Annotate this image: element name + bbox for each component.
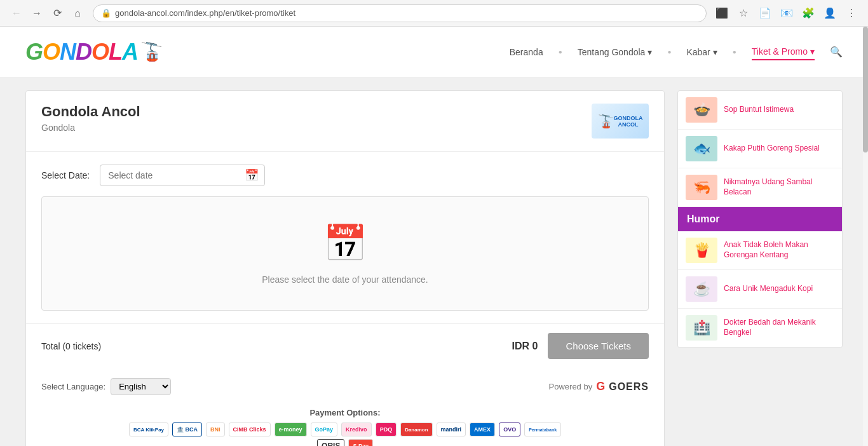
ticket-card-header: Gondola Ancol Gondola GONDOLAANCOL — [26, 91, 664, 152]
payment-kredivo: Kredivo — [341, 422, 372, 436]
gmail-btn[interactable]: 📧 — [778, 4, 796, 22]
logo-area: GONDOLA 🚡 — [25, 41, 163, 64]
calendar-empty-state: 📅 Please select the date of your attenda… — [41, 196, 649, 311]
cara-unik-title: Cara Unik Mengaduk Kopi — [724, 284, 813, 294]
sidebar-item-sop-buntut[interactable]: 🍲 Sop Buntut Istimewa — [678, 91, 842, 130]
nav-tentang-gondola[interactable]: Tentang Gondola ▾ — [578, 44, 653, 60]
payment-logos-row1: BCA KlikPay 🏦 BCA BNI CIMB Clicks e-mone… — [41, 422, 649, 436]
language-dropdown[interactable]: English Indonesia — [111, 378, 171, 395]
page-wrapper: GONDOLA 🚡 Beranda ● Tentang Gondola ▾ ● … — [0, 27, 868, 446]
dokter-bedah-thumb: 🏥 — [686, 315, 717, 341]
sidebar-item-kakap-putih[interactable]: 🐟 Kakap Putih Goreng Spesial — [678, 130, 842, 168]
site-header: GONDOLA 🚡 Beranda ● Tentang Gondola ▾ ● … — [0, 27, 868, 78]
home-button[interactable]: ⌂ — [69, 4, 86, 22]
main-content: Gondola Ancol Gondola GONDOLAANCOL Selec… — [25, 90, 665, 446]
payment-options: Payment Options: BCA KlikPay 🏦 BCA BNI C… — [26, 405, 664, 446]
payment-gopay: GoPay — [311, 422, 338, 436]
total-label: Total (0 tickets) — [41, 341, 101, 351]
payment-mandiri: mandiri — [437, 422, 466, 436]
scrollbar[interactable] — [863, 27, 868, 446]
chevron-down-icon: ▾ — [713, 47, 717, 57]
address-bar[interactable]: 🔒 gondola-ancol.com/index.php/en/tiket-p… — [93, 4, 707, 22]
browser-actions: ⬛ ☆ 📄 📧 🧩 👤 ⋮ — [713, 4, 860, 22]
kakap-putih-thumb: 🐟 — [686, 136, 717, 161]
ticket-title: Gondola Ancol — [41, 104, 140, 120]
scrollbar-thumb — [863, 27, 868, 152]
payment-label: Payment Options: — [41, 408, 649, 417]
payment-bni: BNI — [206, 422, 225, 436]
url-text: gondola-ancol.com/index.php/en/tiket-pro… — [115, 8, 295, 18]
ticket-info: Gondola Ancol Gondola — [41, 104, 140, 133]
ticket-footer-row: Total (0 tickets) IDR 0 Choose Tickets — [26, 323, 664, 368]
chevron-down-icon: ▾ — [648, 47, 652, 57]
lock-icon: 🔒 — [101, 8, 111, 18]
payment-emoney: e-money — [275, 422, 307, 436]
cara-unik-thumb: ☕ — [686, 276, 717, 302]
profile-btn[interactable]: 👤 — [821, 4, 839, 22]
payment-shopee: S Pay — [348, 439, 373, 446]
sidebar-articles: 🍲 Sop Buntut Istimewa 🐟 Kakap Putih Gore… — [677, 90, 843, 348]
bookmark-btn[interactable]: ☆ — [735, 4, 752, 22]
pdf-btn[interactable]: 📄 — [756, 4, 774, 22]
back-button[interactable]: ← — [8, 4, 25, 22]
language-row: Select Language: English Indonesia Power… — [26, 368, 664, 405]
dokter-bedah-title: Dokter Bedah dan Mekanik Bengkel — [724, 318, 834, 337]
select-date-label: Select Date: — [41, 170, 90, 180]
ext-btn[interactable]: 🧩 — [799, 4, 817, 22]
empty-state-text: Please select the date of your attendanc… — [55, 274, 635, 285]
gondola-icon: 🚡 — [140, 41, 163, 62]
main-nav: Beranda ● Tentang Gondola ▾ ● Kabar ▾ ● … — [510, 44, 843, 60]
sidebar: 🍲 Sop Buntut Istimewa 🐟 Kakap Putih Gore… — [677, 90, 843, 446]
anak-tidak-title: Anak Tidak Boleh Makan Gorengan Kentang — [724, 240, 834, 260]
udang-sambal-title: Nikmatnya Udang Sambal Belacan — [724, 177, 834, 197]
menu-btn[interactable]: ⋮ — [843, 4, 860, 22]
payment-pda: PDQ — [376, 422, 397, 436]
ticket-card-body: Select Date: 📅 📅 Please select the date … — [26, 152, 664, 323]
forward-button[interactable]: → — [28, 4, 46, 22]
sidebar-item-anak-tidak[interactable]: 🍟 Anak Tidak Boleh Makan Gorengan Kentan… — [678, 231, 842, 270]
payment-amex: AMEX — [470, 422, 495, 436]
payment-bca: 🏦 BCA — [172, 422, 202, 436]
nav-buttons: ← → ⟳ ⌂ — [8, 4, 86, 22]
powered-by: Powered by G GOERS — [549, 380, 649, 393]
kakap-putih-title: Kakap Putih Goreng Spesial — [724, 144, 820, 154]
ticket-subtitle: Gondola — [41, 123, 140, 133]
select-date-row: Select Date: 📅 — [41, 165, 649, 186]
date-input[interactable] — [100, 165, 265, 186]
sop-buntut-thumb: 🍲 — [686, 97, 717, 123]
language-label: Select Language: — [41, 382, 105, 391]
nav-tiket-promo[interactable]: Tiket & Promo ▾ — [752, 44, 815, 60]
logo: GONDOLA — [25, 41, 138, 64]
chevron-down-icon: ▾ — [810, 46, 815, 57]
sidebar-item-dokter-bedah[interactable]: 🏥 Dokter Bedah dan Mekanik Bengkel — [678, 309, 842, 348]
search-icon[interactable]: 🔍 — [830, 46, 843, 58]
sidebar-item-cara-unik[interactable]: ☕ Cara Unik Mengaduk Kopi — [678, 270, 842, 309]
content-area: Gondola Ancol Gondola GONDOLAANCOL Selec… — [0, 78, 868, 446]
nav-kabar[interactable]: Kabar ▾ — [686, 44, 717, 60]
gondola-logo-image: GONDOLAANCOL — [592, 104, 649, 139]
goers-g-icon: G — [596, 380, 605, 393]
screenshot-btn[interactable]: ⬛ — [713, 4, 731, 22]
reload-button[interactable]: ⟳ — [48, 4, 66, 22]
payment-bca-klikpay: BCA KlikPay — [129, 422, 168, 436]
ticket-card: Gondola Ancol Gondola GONDOLAANCOL Selec… — [25, 90, 665, 446]
total-price-area: IDR 0 Choose Tickets — [512, 333, 649, 359]
payment-qris: QRIS — [317, 439, 344, 446]
humor-section-header: Humor — [678, 207, 842, 231]
language-selector: Select Language: English Indonesia — [41, 378, 171, 395]
anak-tidak-thumb: 🍟 — [686, 238, 717, 263]
payment-danamon: Danamon — [400, 422, 432, 436]
nav-beranda[interactable]: Beranda — [510, 44, 543, 60]
browser-chrome: ← → ⟳ ⌂ 🔒 gondola-ancol.com/index.php/en… — [0, 0, 868, 27]
udang-sambal-thumb: 🦐 — [686, 175, 717, 200]
payment-ovo: OVO — [499, 422, 520, 436]
sop-buntut-title: Sop Buntut Istimewa — [724, 105, 794, 115]
payment-cimb: CIMB Clicks — [229, 422, 271, 436]
idr-price: IDR 0 — [512, 341, 538, 352]
sidebar-item-udang-sambal[interactable]: 🦐 Nikmatnya Udang Sambal Belacan — [678, 168, 842, 207]
payment-logos-row2: QRIS S Pay — [41, 439, 649, 446]
browser-bar: ← → ⟳ ⌂ 🔒 gondola-ancol.com/index.php/en… — [0, 0, 868, 27]
choose-tickets-button[interactable]: Choose Tickets — [548, 333, 649, 359]
large-calendar-icon: 📅 — [55, 222, 635, 264]
goers-logo: GOERS — [609, 381, 649, 393]
